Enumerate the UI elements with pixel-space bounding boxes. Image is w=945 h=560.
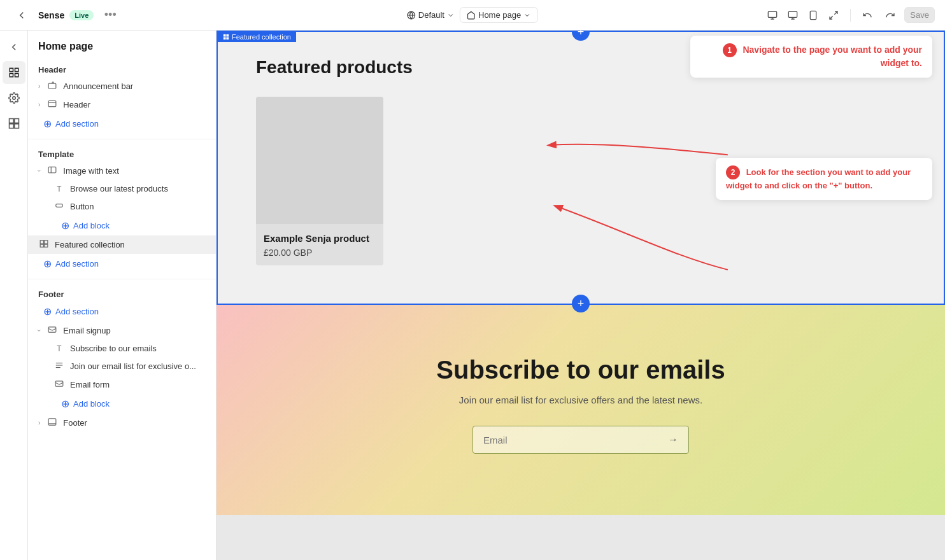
email-subtitle: Join our email list for exclusive offers… — [255, 395, 907, 405]
email-form-label: Email form — [70, 380, 110, 389]
text-icon: T — [53, 185, 65, 193]
desktop-icon[interactable] — [784, 6, 802, 24]
sidebar-item-image-with-text[interactable]: › Image with text — [28, 162, 216, 180]
sidebar-item-footer[interactable]: › Footer — [28, 414, 216, 432]
nav-apps-icon[interactable] — [3, 112, 25, 135]
section-label-text: Featured collection — [232, 33, 291, 41]
sidebar-item-email-list-text[interactable]: Join our email list for exclusive o... — [28, 357, 216, 375]
svg-rect-19 — [49, 167, 57, 172]
image-with-text-label: Image with text — [63, 166, 118, 176]
add-block-footer-label: Add block — [73, 399, 110, 409]
svg-line-6 — [830, 16, 833, 19]
add-section-template-btn[interactable]: ⊕ Add section — [28, 254, 216, 274]
mobile-icon[interactable] — [804, 6, 822, 24]
svg-rect-31 — [49, 419, 57, 426]
product-name: Example Senja product — [264, 232, 376, 245]
footer-icon — [46, 417, 58, 428]
svg-rect-35 — [224, 37, 226, 39]
svg-line-5 — [835, 11, 838, 15]
customize-icon[interactable] — [764, 6, 781, 24]
product-info: Example Senja product £20.00 GBP — [256, 224, 383, 265]
svg-rect-13 — [14, 119, 18, 123]
divider-2 — [28, 279, 216, 279]
header-icon — [46, 99, 58, 110]
nav-sections-icon[interactable] — [3, 61, 25, 84]
subscribe-text-label: Subscribe to our emails — [70, 344, 157, 353]
theme-selector[interactable]: Default — [407, 10, 455, 20]
email-title: Subscribe to our emails — [255, 356, 907, 384]
svg-rect-1 — [769, 11, 777, 17]
save-button[interactable]: Save — [904, 7, 935, 23]
announcement-bar-label: Announcement bar — [63, 81, 133, 91]
page-selector[interactable]: Home page — [460, 7, 538, 23]
sidebar: Home page Header › Announcement bar › He… — [28, 31, 217, 560]
svg-rect-34 — [226, 34, 229, 37]
sidebar-item-browse-products[interactable]: T Browse our latest products — [28, 180, 216, 197]
template-group-label: Template — [28, 144, 216, 162]
featured-collection-label: Featured collection — [55, 240, 125, 249]
main-layout: Home page Header › Announcement bar › He… — [0, 31, 945, 560]
svg-rect-30 — [55, 381, 63, 386]
sidebar-item-featured-collection[interactable]: Featured collection — [28, 235, 216, 254]
sidebar-item-email-signup[interactable]: › Email signup — [28, 321, 216, 340]
sidebar-item-email-form[interactable]: Email form — [28, 375, 216, 394]
email-section: Subscribe to our emails Join our email l… — [217, 305, 945, 515]
email-signup-label: Email signup — [63, 326, 110, 335]
add-section-footer-label: Add section — [55, 307, 99, 316]
browse-products-label: Browse our latest products — [70, 184, 168, 193]
more-options-icon[interactable]: ••• — [99, 4, 122, 27]
button-icon — [53, 201, 65, 212]
section-label: Featured collection — [218, 32, 296, 42]
add-below-button[interactable]: + — [572, 295, 590, 312]
svg-rect-24 — [40, 244, 43, 247]
svg-rect-2 — [789, 11, 797, 17]
plus-icon-header: ⊕ — [43, 118, 52, 130]
section-content: Featured products Example Senja product … — [218, 32, 944, 304]
store-name: Sense — [38, 10, 64, 20]
svg-rect-9 — [10, 74, 13, 77]
add-section-footer-btn[interactable]: ⊕ Add section — [28, 302, 216, 321]
add-block-footer-btn[interactable]: ⊕ Add block — [28, 394, 216, 414]
expand-icon[interactable] — [825, 6, 842, 24]
svg-rect-36 — [226, 37, 229, 39]
svg-rect-8 — [15, 68, 18, 71]
email-form-icon — [53, 379, 65, 390]
email-list-icon — [53, 361, 65, 372]
redo-icon[interactable] — [881, 6, 899, 24]
svg-rect-14 — [9, 124, 13, 129]
svg-rect-26 — [49, 327, 57, 332]
email-input[interactable] — [473, 427, 658, 453]
back-icon[interactable] — [10, 4, 33, 27]
email-input-row: → — [472, 426, 689, 454]
theme-label: Default — [418, 10, 444, 20]
email-submit-button[interactable]: → — [658, 426, 688, 453]
undo-icon[interactable] — [858, 6, 876, 24]
add-section-header-btn[interactable]: ⊕ Add section — [28, 114, 216, 134]
plus-icon-block: ⊕ — [61, 220, 69, 232]
svg-rect-25 — [45, 244, 48, 247]
nav-back-icon[interactable] — [3, 36, 25, 59]
header-label: Header — [63, 100, 90, 109]
button-label: Button — [70, 202, 94, 211]
product-card: Example Senja product £20.00 GBP — [256, 97, 383, 265]
chevron-right-icon: › — [38, 83, 40, 90]
email-list-text-label: Join our email list for exclusive o... — [70, 361, 196, 371]
live-badge: Live — [69, 10, 94, 20]
subscribe-text-icon: T — [53, 344, 65, 353]
add-section-header-label: Add section — [55, 119, 99, 129]
plus-icon-template: ⊕ — [43, 258, 52, 270]
svg-rect-17 — [49, 101, 57, 106]
svg-rect-23 — [45, 241, 48, 244]
footer-label: Footer — [63, 418, 87, 428]
email-signup-icon — [46, 325, 58, 336]
sidebar-item-button[interactable]: Button — [28, 197, 216, 216]
svg-rect-10 — [15, 74, 18, 77]
nav-settings-icon[interactable] — [3, 87, 25, 109]
device-icons — [764, 6, 842, 24]
sidebar-item-subscribe-text[interactable]: T Subscribe to our emails — [28, 340, 216, 357]
sidebar-item-header[interactable]: › Header — [28, 95, 216, 114]
sidebar-item-announcement-bar[interactable]: › Announcement bar — [28, 77, 216, 95]
product-image — [256, 97, 383, 224]
add-section-template-label: Add section — [55, 259, 99, 269]
add-block-template-btn[interactable]: ⊕ Add block — [28, 216, 216, 235]
